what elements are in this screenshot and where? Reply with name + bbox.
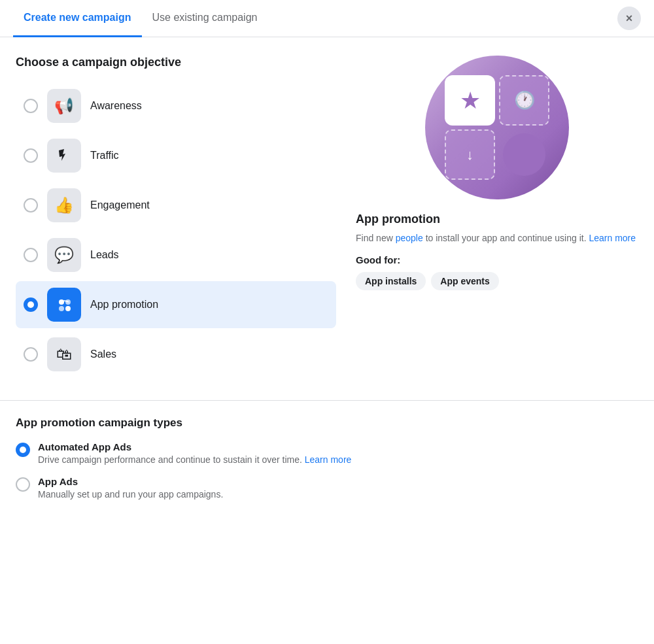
ct-info-automated: Automated App Ads Drive campaign perform…: [38, 441, 638, 467]
radio-automated[interactable]: [16, 443, 30, 457]
radio-app-promotion[interactable]: [24, 297, 38, 312]
tag-app-installs: App installs: [356, 272, 426, 290]
promo-desc-part1: Find new: [356, 233, 396, 243]
objective-item-sales[interactable]: 🛍 Sales: [16, 331, 336, 378]
traffic-icon: [47, 139, 81, 173]
illus-grid: ★ 🕐 ↓: [445, 75, 549, 180]
campaign-type-app-ads[interactable]: App Ads Manually set up and run your app…: [16, 476, 638, 501]
radio-awareness[interactable]: [24, 99, 38, 113]
ct-label-automated: Automated App Ads: [38, 441, 638, 452]
clock-icon: 🕐: [514, 90, 535, 110]
svg-point-3: [65, 306, 71, 311]
illus-cell-star: ★: [445, 75, 495, 126]
promo-desc-part2: to install your app and continue using i…: [423, 233, 589, 243]
promo-title: App promotion: [356, 212, 638, 226]
objective-item-app-promotion[interactable]: App promotion: [16, 281, 336, 328]
leads-label: Leads: [90, 249, 119, 261]
ct-info-app-ads: App Ads Manually set up and run your app…: [38, 476, 638, 501]
awareness-label: Awareness: [90, 100, 142, 112]
close-button[interactable]: ×: [617, 7, 641, 30]
radio-sales[interactable]: [24, 347, 38, 362]
objective-item-awareness[interactable]: 📢 Awareness: [16, 82, 336, 129]
objective-item-traffic[interactable]: Traffic: [16, 132, 336, 179]
engagement-icon: 👍: [47, 188, 81, 222]
radio-engagement[interactable]: [24, 198, 38, 212]
objective-item-engagement[interactable]: 👍 Engagement: [16, 182, 336, 229]
ct-desc-app-ads: Manually set up and run your app campaig…: [38, 488, 638, 501]
right-panel: ★ 🕐 ↓ App promotion: [349, 56, 638, 378]
illus-cell-arrow: ↓: [445, 129, 495, 180]
radio-traffic[interactable]: [24, 148, 38, 163]
illus-inner: ★ 🕐 ↓: [445, 75, 549, 180]
campaign-type-list: Automated App Ads Drive campaign perform…: [16, 441, 638, 501]
left-panel: Choose a campaign objective 📢 Awareness …: [16, 56, 336, 378]
leads-icon: 💬: [47, 238, 81, 272]
tags-container: App installs App events: [356, 272, 638, 290]
ct-desc-automated: Drive campaign performance and continue …: [38, 454, 638, 467]
svg-point-2: [59, 306, 64, 311]
illustration: ★ 🕐 ↓: [425, 56, 569, 199]
objective-item-leads[interactable]: 💬 Leads: [16, 231, 336, 279]
app-promotion-label: App promotion: [90, 299, 158, 311]
sales-label: Sales: [90, 348, 116, 360]
bottom-section: App promotion campaign types Automated A…: [0, 400, 654, 517]
promo-learn-more-link[interactable]: Learn more: [589, 233, 636, 243]
section-title: Choose a campaign objective: [16, 56, 336, 69]
radio-leads[interactable]: [24, 248, 38, 262]
traffic-label: Traffic: [90, 150, 119, 161]
promo-people-link[interactable]: people: [396, 233, 423, 243]
tab-bar: Create new campaign Use existing campaig…: [0, 0, 654, 37]
radio-app-ads[interactable]: [16, 477, 30, 492]
tab-create-new[interactable]: Create new campaign: [13, 0, 142, 37]
objective-list: 📢 Awareness Traffic 👍 Engagement: [16, 82, 336, 378]
illus-cell-clock: 🕐: [499, 75, 549, 126]
app-promotion-icon: [47, 288, 81, 322]
illus-cell-circle: [503, 133, 545, 176]
good-for-label: Good for:: [356, 254, 638, 265]
awareness-icon: 📢: [47, 89, 81, 123]
arrow-down-icon: ↓: [466, 146, 473, 163]
engagement-label: Engagement: [90, 199, 150, 211]
tag-app-events: App events: [431, 272, 498, 290]
ct-learn-more-automated[interactable]: Learn more: [305, 454, 352, 465]
sales-icon: 🛍: [47, 337, 81, 371]
ct-label-app-ads: App Ads: [38, 476, 638, 487]
campaign-types-title: App promotion campaign types: [16, 416, 638, 430]
tab-use-existing[interactable]: Use existing campaign: [142, 0, 268, 37]
promo-description: Find new people to install your app and …: [356, 231, 638, 245]
campaign-type-automated[interactable]: Automated App Ads Drive campaign perform…: [16, 441, 638, 467]
star-icon: ★: [460, 87, 481, 114]
ct-desc-automated-text: Drive campaign performance and continue …: [38, 454, 305, 465]
main-content: Choose a campaign objective 📢 Awareness …: [0, 37, 654, 394]
